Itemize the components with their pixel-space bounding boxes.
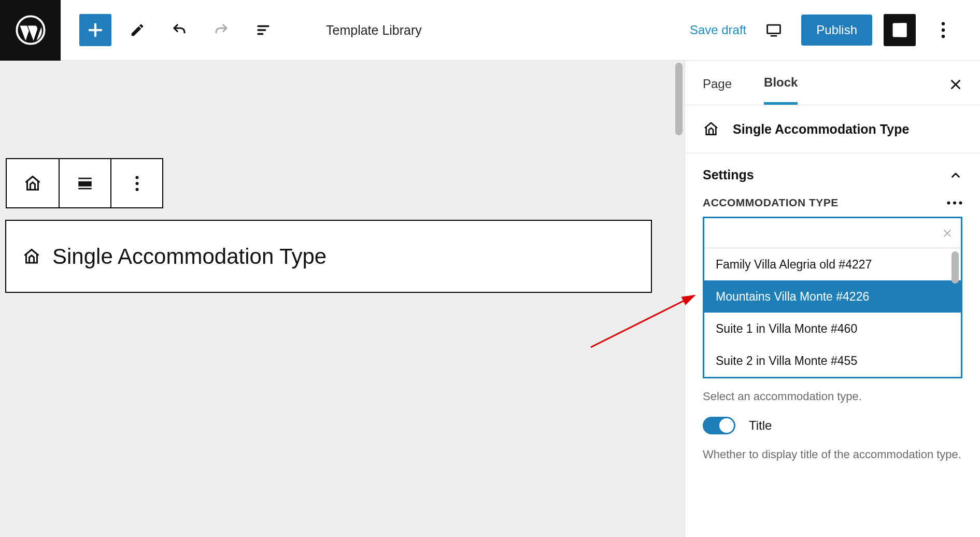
svg-rect-7 xyxy=(78,181,92,186)
svg-point-9 xyxy=(135,182,138,185)
svg-point-10 xyxy=(135,188,138,191)
svg-point-12 xyxy=(953,201,956,204)
close-sidebar-button[interactable] xyxy=(949,78,962,103)
block-identity: Single Accommodation Type xyxy=(685,105,980,153)
topbar-left-group xyxy=(79,14,279,46)
selected-block[interactable]: Single Accommodation Type xyxy=(5,220,652,293)
svg-rect-3 xyxy=(901,24,906,36)
combobox-scrollbar[interactable] xyxy=(951,251,959,284)
svg-point-13 xyxy=(959,201,962,204)
block-align-button[interactable] xyxy=(59,159,110,207)
settings-sidebar-toggle[interactable] xyxy=(884,14,916,46)
title-toggle-row: Title xyxy=(685,415,980,436)
more-options-button[interactable] xyxy=(927,14,959,46)
title-toggle[interactable] xyxy=(703,417,735,434)
combobox-input-row xyxy=(704,218,961,248)
block-more-button[interactable] xyxy=(110,159,162,207)
wordpress-logo[interactable] xyxy=(0,0,61,61)
block-identity-title: Single Accommodation Type xyxy=(733,122,909,137)
top-toolbar: Template Library Save draft Publish xyxy=(0,0,980,61)
sidebar-tabs: Page Block xyxy=(685,61,980,105)
add-block-button[interactable] xyxy=(79,14,111,46)
svg-point-5 xyxy=(942,29,945,32)
block-title: Single Accommodation Type xyxy=(52,244,326,269)
combobox-input[interactable] xyxy=(713,227,942,240)
combobox-option[interactable]: Mountains Villa Monte #4226 xyxy=(704,280,961,313)
combobox-help-text: Select an accommodation type. xyxy=(685,378,980,415)
redo-button[interactable] xyxy=(205,14,237,46)
tab-block[interactable]: Block xyxy=(764,75,798,105)
accommodation-type-label-row: ACCOMMODATION TYPE xyxy=(685,196,980,217)
svg-point-6 xyxy=(942,35,945,38)
topbar-right-group: Save draft Publish xyxy=(690,14,959,46)
workspace: Single Accommodation Type Page Block Sin… xyxy=(0,61,980,537)
settings-label: Settings xyxy=(703,167,754,182)
chevron-up-icon xyxy=(949,168,962,182)
settings-sidebar: Page Block Single Accommodation Type Set… xyxy=(685,61,980,537)
combobox-clear-button[interactable] xyxy=(942,228,953,238)
svg-rect-1 xyxy=(768,25,780,33)
combobox-option[interactable]: Family Villa Alegria old #4227 xyxy=(704,248,961,280)
combobox-option[interactable]: Suite 2 in Villa Monte #455 xyxy=(704,345,961,377)
section-more-button[interactable] xyxy=(947,201,962,205)
undo-button[interactable] xyxy=(163,14,195,46)
publish-button[interactable]: Publish xyxy=(801,15,872,46)
save-draft-button[interactable]: Save draft xyxy=(690,23,746,37)
tab-page[interactable]: Page xyxy=(703,77,732,104)
svg-point-11 xyxy=(947,201,950,204)
svg-point-8 xyxy=(135,176,138,179)
preview-button[interactable] xyxy=(758,14,790,46)
list-view-button[interactable] xyxy=(247,14,279,46)
editor-canvas[interactable]: Single Accommodation Type xyxy=(0,61,685,537)
svg-point-4 xyxy=(942,22,945,25)
block-toolbar xyxy=(6,158,163,208)
combobox-option[interactable]: Suite 1 in Villa Monte #460 xyxy=(704,313,961,345)
combobox-listbox: Family Villa Alegria old #4227 Mountains… xyxy=(704,248,961,377)
accommodation-type-combobox[interactable]: Family Villa Alegria old #4227 Mountains… xyxy=(703,217,962,378)
accommodation-type-label: ACCOMMODATION TYPE xyxy=(703,196,839,209)
title-toggle-label: Title xyxy=(749,418,772,433)
template-library-label[interactable]: Template Library xyxy=(326,23,422,38)
home-icon xyxy=(22,247,41,266)
title-toggle-help: Whether to display title of the accommod… xyxy=(685,436,980,473)
home-icon xyxy=(703,121,719,137)
settings-panel-header[interactable]: Settings xyxy=(685,153,980,196)
block-type-icon[interactable] xyxy=(7,159,59,207)
edit-icon[interactable] xyxy=(121,14,153,46)
canvas-scrollbar[interactable] xyxy=(673,61,685,537)
